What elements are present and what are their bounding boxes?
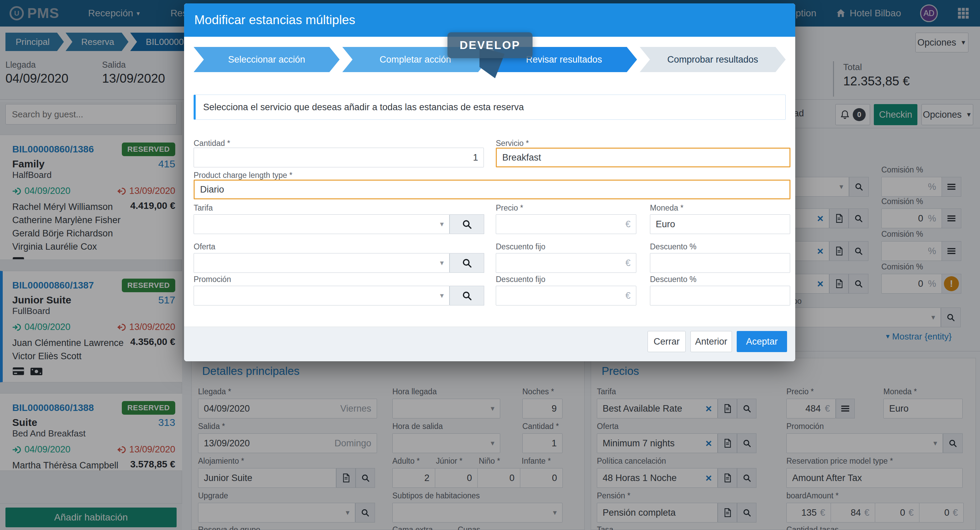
field-label: Descuento % [650,275,697,284]
develop-ribbon: DEVELOP [447,32,533,58]
search-icon [462,219,472,229]
fixed-discount-field[interactable]: € [496,286,636,305]
search-button[interactable] [450,214,484,234]
offer-select[interactable]: ▾ [194,253,450,273]
accept-button[interactable]: Aceptar [737,331,787,352]
step-select-action[interactable]: Seleccionar acción [194,47,340,72]
field-label: Oferta [194,242,215,251]
close-button[interactable]: Cerrar [648,331,686,352]
currency-field[interactable]: Euro [650,214,790,234]
field-label: Precio * [496,203,523,213]
field-label: Servicio * [496,139,529,148]
modal-header: Modificar estancias múltiples [184,3,795,37]
charge-length-type-field[interactable]: Diario [194,179,791,199]
modify-multiple-stays-modal: Modificar estancias múltiples DEVELOP Se… [184,3,795,361]
field-label: Descuento fijo [496,242,546,251]
field-label: Tarifa [194,203,213,213]
field-label: Product charge length type * [194,171,292,180]
field-label: Descuento % [650,242,697,251]
info-message: Selecciona el servicio que deseas añadir… [194,95,786,120]
percent-discount-field[interactable] [650,286,790,305]
field-label: Descuento fijo [496,275,546,284]
rate-select[interactable]: ▾ [194,214,450,234]
fixed-discount-field[interactable]: € [496,253,636,273]
price-field[interactable]: € [496,214,636,234]
chevron-down-icon: ▾ [440,259,444,267]
search-icon [462,290,472,301]
field-label: Cantidad * [194,139,230,148]
search-icon [462,258,472,268]
search-button[interactable] [450,253,484,273]
search-button[interactable] [450,286,484,305]
chevron-down-icon: ▾ [440,220,444,229]
promotion-select[interactable]: ▾ [194,286,450,305]
chevron-down-icon: ▾ [440,291,444,300]
previous-button[interactable]: Anterior [690,331,732,352]
field-label: Moneda * [650,203,683,213]
field-label: Promoción [194,275,231,284]
step-check-results[interactable]: Comprobar resultados [640,47,786,72]
modal-title: Modificar estancias múltiples [194,13,355,27]
service-field[interactable]: Breakfast [496,148,791,167]
percent-discount-field[interactable] [650,253,790,273]
quantity-field[interactable]: 1 [194,148,484,167]
